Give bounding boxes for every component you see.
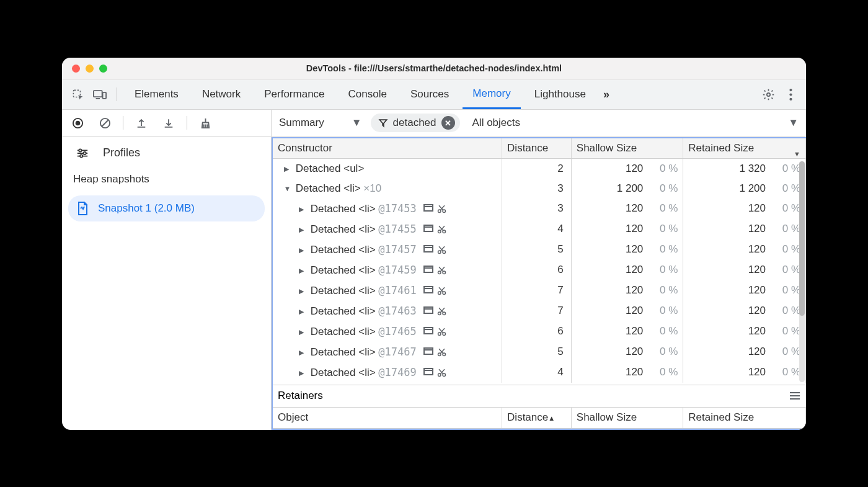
gear-icon[interactable] [759,85,777,104]
filter-pill[interactable]: detached ✕ [371,114,460,132]
tab-memory[interactable]: Memory [463,80,520,109]
element-icon[interactable] [423,245,433,254]
svg-point-5 [789,93,792,96]
panel-tabbar: ElementsNetworkPerformanceConsoleSources… [62,80,806,110]
scissors-icon[interactable] [437,368,446,377]
table-row[interactable]: ▶ Detached <ul>21200 %1 3200 % [273,159,806,179]
zoom-icon[interactable] [99,65,107,73]
retainers-col-shallow[interactable]: Shallow Size [571,407,683,428]
element-icon[interactable] [423,327,433,336]
element-icon[interactable] [423,368,433,377]
scissors-icon[interactable] [437,286,446,295]
clear-filter-icon[interactable]: ✕ [441,116,455,130]
scissors-icon[interactable] [437,327,446,336]
upload-icon[interactable] [132,114,151,132]
chevron-down-icon: ▼ [788,117,799,129]
divider [117,87,117,101]
svg-point-3 [766,92,769,96]
profiles-label: Profiles [103,146,140,159]
objects-filter-dropdown[interactable]: All objects ▼ [472,117,799,129]
svg-rect-19 [424,246,433,252]
filter-icon [378,118,388,128]
table-row[interactable]: ▶ Detached <li> @17457 51200 %1200 % [273,239,806,260]
more-tabs-icon[interactable]: » [600,88,613,101]
scissors-icon[interactable] [437,266,446,275]
heap-grid: Constructor Distance Shallow Size Retain… [272,137,806,430]
col-constructor[interactable]: Constructor [273,138,502,159]
svg-point-10 [79,149,81,151]
main-toolbar: Summary ▼ detached ✕ All objects ▼ [272,110,806,137]
svg-rect-1 [94,91,102,97]
svg-point-6 [789,97,792,100]
record-icon[interactable] [68,114,87,132]
element-icon[interactable] [423,306,433,316]
col-retained[interactable]: Retained Size [683,138,806,159]
scissors-icon[interactable] [437,347,446,357]
close-icon[interactable] [72,65,80,73]
table-row[interactable]: ▶ Detached <li> @17465 61200 %1200 % [273,321,806,342]
table-row[interactable]: ▶ Detached <li> @17469 41200 %1200 % [273,362,806,383]
tab-lighthouse[interactable]: Lighthouse [525,80,596,109]
tab-sources[interactable]: Sources [401,80,459,109]
retainers-header[interactable]: Retainers [273,385,806,407]
col-distance[interactable]: Distance [502,138,572,159]
tab-network[interactable]: Network [192,80,250,109]
sidebar-section-label: Heap snapshots [62,169,271,194]
scissors-icon[interactable] [437,245,446,254]
table-row[interactable]: ▶ Detached <li> @17463 71200 %1200 % [273,301,806,321]
element-icon[interactable] [423,286,433,295]
device-toolbar-icon[interactable] [91,85,109,104]
sidebar: Profiles Heap snapshots Snapshot 1 (2.0 … [62,110,272,430]
tab-performance[interactable]: Performance [254,80,334,109]
scrollbar-thumb[interactable] [799,161,805,316]
table-row[interactable]: ▶ Detached <li> @17455 41200 %1200 % [273,219,806,239]
inspect-icon[interactable] [68,85,87,104]
summary-dropdown[interactable]: Summary ▼ [279,117,362,129]
col-shallow[interactable]: Shallow Size [571,138,683,159]
svg-point-11 [84,151,86,154]
retainers-col-retained[interactable]: Retained Size [683,407,806,428]
svg-rect-31 [424,328,433,334]
svg-rect-16 [424,225,433,231]
table-row[interactable]: ▶ Detached <li> @17461 71200 %1200 % [273,280,806,301]
main-panel: Summary ▼ detached ✕ All objects ▼ [272,110,806,430]
element-icon[interactable] [423,266,433,275]
svg-rect-13 [424,205,433,211]
gc-broom-icon[interactable] [196,114,215,132]
element-icon[interactable] [423,225,433,234]
menu-icon[interactable] [790,392,800,400]
summary-label: Summary [279,117,324,129]
table-row[interactable]: ▶ Detached <li> @17459 61200 %1200 % [273,260,806,280]
element-icon[interactable] [423,204,433,213]
chevron-down-icon: ▼ [352,117,362,129]
download-icon[interactable] [159,114,178,132]
scissors-icon[interactable] [437,306,446,316]
table-row[interactable]: ▶ Detached <li> @17453 31200 %1200 % [273,199,806,219]
svg-rect-2 [103,92,107,98]
window-title: DevTools - file:///Users/stmarthe/detach… [62,63,806,73]
kebab-icon[interactable] [781,85,800,104]
retainers-label: Retainers [278,390,323,402]
minimize-icon[interactable] [86,65,94,73]
table-row[interactable]: ▼ Detached <li> ×1031 2000 %1 2000 % [273,179,806,199]
svg-point-4 [789,89,792,91]
snapshot-size: (2.0 MB) [154,202,195,214]
table-row[interactable]: ▶ Detached <li> @17467 51200 %1200 % [273,342,806,362]
element-icon[interactable] [423,347,433,357]
profiles-header[interactable]: Profiles [62,137,271,169]
tab-console[interactable]: Console [339,80,397,109]
clear-icon[interactable] [95,114,114,132]
svg-rect-25 [424,287,433,293]
scrollbar[interactable] [799,161,805,382]
tab-elements[interactable]: Elements [125,80,188,109]
svg-rect-34 [424,348,433,354]
retainers-col-object[interactable]: Object [273,407,502,428]
svg-point-8 [75,120,80,125]
scissors-icon[interactable] [437,225,446,234]
retainers-col-distance[interactable]: Distance▲ [502,407,572,428]
divider [187,116,187,130]
sidebar-item-snapshot[interactable]: Snapshot 1 (2.0 MB) [68,195,265,221]
scissors-icon[interactable] [437,204,446,213]
svg-rect-37 [424,369,433,375]
snapshot-file-icon [77,202,88,215]
